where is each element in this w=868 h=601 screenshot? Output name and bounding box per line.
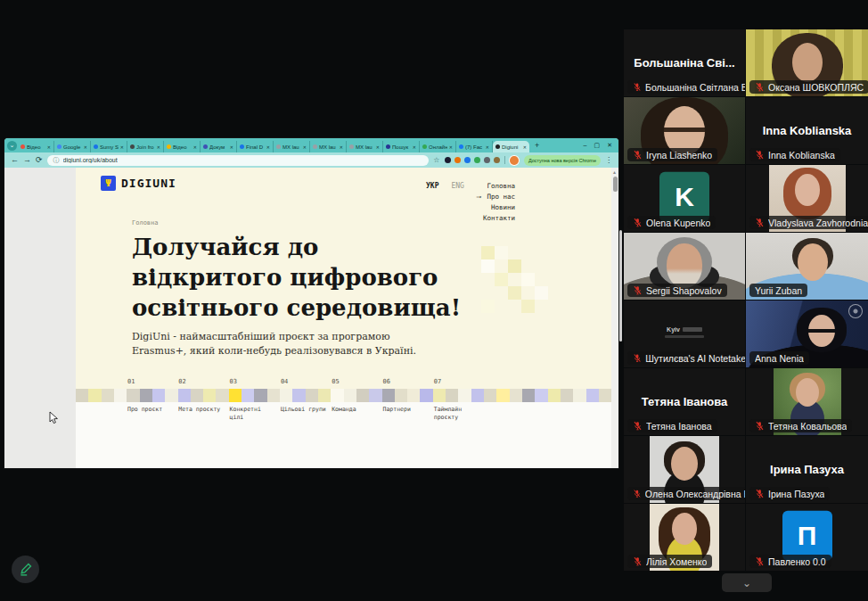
tab-close-icon[interactable]: ✕ — [120, 144, 124, 150]
deco-pixel — [481, 259, 495, 273]
browser-tab[interactable]: MX lau ✕ — [274, 141, 310, 152]
participant-tile[interactable]: Iryna Liashenko — [624, 97, 745, 164]
section-label[interactable]: Мета проєкту — [178, 406, 225, 414]
browser-tab[interactable]: Sumy St ✕ — [91, 141, 127, 152]
participant-name-label: Anna Nenia — [749, 351, 809, 365]
participant-tile[interactable]: Ірина ПазухаІрина Пазуха — [746, 436, 868, 503]
browser-tab[interactable]: Пошук ✕ — [383, 141, 420, 152]
nav-item[interactable]: Головна — [477, 181, 515, 192]
extension-icon[interactable] — [445, 157, 451, 163]
tab-close-icon[interactable]: ✕ — [449, 144, 453, 150]
page-scrollbar[interactable]: ▲ — [611, 168, 618, 468]
browser-tab[interactable]: MX lau ✕ — [347, 141, 383, 152]
tab-close-icon[interactable]: ✕ — [523, 144, 527, 150]
participant-tile[interactable]: KOlena Kupenko — [624, 165, 745, 232]
tab-close-icon[interactable]: ✕ — [376, 144, 380, 150]
browser-tab[interactable]: Final D ✕ — [237, 141, 274, 152]
participant-name-label: Sergii Shapovalov — [627, 284, 727, 297]
participant-tile[interactable]: Vladyslava Zavhorodnia — [746, 165, 868, 232]
new-tab-button[interactable]: + — [530, 141, 544, 150]
nav-item[interactable]: ⟶Про нас — [477, 192, 515, 202]
mosaic-square — [165, 389, 177, 402]
close-button[interactable]: ✕ — [607, 142, 612, 149]
browser-tab[interactable]: (7) Fac ✕ — [456, 141, 493, 152]
mosaic-square — [548, 389, 561, 402]
tab-label: MX lau — [283, 144, 301, 150]
mosaic-square — [395, 389, 407, 402]
section-label[interactable]: Конкретні цілі — [230, 406, 276, 422]
participant-name-label: Большаніна Світлана Б... — [627, 80, 745, 94]
tab-close-icon[interactable]: ✕ — [340, 144, 343, 150]
participant-tile[interactable]: ППавленко 0.0 — [746, 504, 868, 571]
nav-item[interactable]: Контакти — [477, 213, 515, 224]
tab-search-chevron-icon[interactable]: ⌄ — [7, 141, 17, 151]
section-label[interactable]: Таймлайн проєкту — [434, 406, 480, 422]
mosaic-square — [280, 389, 292, 402]
tab-close-icon[interactable]: ✕ — [486, 144, 489, 150]
forward-icon[interactable]: → — [23, 156, 31, 164]
participant-tile[interactable]: Sergii Shapovalov — [624, 233, 745, 300]
collapse-gallery-button[interactable]: ⌄ — [722, 573, 772, 592]
browser-menu-icon[interactable]: ⋮ — [605, 156, 612, 164]
tab-close-icon[interactable]: ✕ — [193, 144, 197, 150]
browser-tab[interactable]: Google ✕ — [54, 141, 91, 152]
annotate-pencil-button[interactable] — [12, 556, 39, 583]
extension-icon[interactable] — [494, 157, 500, 163]
digiuni-logo[interactable]: Ψ DIGIUNI — [101, 176, 176, 191]
tab-close-icon[interactable]: ✕ — [230, 144, 233, 150]
browser-tab[interactable]: Докум ✕ — [201, 141, 237, 152]
bookmark-star-icon[interactable]: ☆ — [433, 156, 439, 164]
participant-tile[interactable]: KyivШутилєва's AI Notetake... — [624, 300, 745, 367]
participant-tile[interactable]: Лілія Хоменко — [624, 504, 745, 571]
tab-close-icon[interactable]: ✕ — [303, 144, 307, 150]
section-label[interactable]: Команда — [332, 406, 378, 414]
minimize-button[interactable]: – — [584, 142, 587, 149]
tab-close-icon[interactable]: ✕ — [84, 144, 87, 150]
browser-tab[interactable]: Digiuni ✕ — [493, 141, 529, 152]
tab-close-icon[interactable]: ✕ — [266, 144, 270, 150]
browser-tab[interactable]: Відео ✕ — [18, 141, 54, 152]
tab-close-icon[interactable]: ✕ — [47, 144, 51, 150]
participant-tile[interactable]: Тетяна ІвановаТетяна Іванова — [624, 368, 745, 435]
participant-tile[interactable]: Тетяна Ковальова — [746, 368, 868, 435]
participant-tile[interactable]: Anna Nenia — [746, 300, 868, 367]
browser-tab[interactable]: Join fro ✕ — [127, 141, 164, 152]
participants-scrollbar[interactable] — [619, 230, 622, 342]
chrome-update-button[interactable]: Доступна нова версія Chrome — [524, 155, 601, 166]
tab-favicon-icon — [495, 144, 500, 149]
browser-tab[interactable]: Відео ✕ — [164, 141, 201, 152]
site-info-icon[interactable]: ⓘ — [53, 156, 60, 165]
section-label[interactable]: Про проєкт — [127, 406, 174, 414]
extension-icon[interactable] — [464, 157, 471, 163]
reload-icon[interactable]: ⟳ — [36, 156, 43, 164]
tab-label: Final D — [246, 144, 265, 150]
participant-tile[interactable]: Yurii Zuban — [746, 233, 868, 300]
mic-muted-icon — [633, 150, 643, 160]
tab-close-icon[interactable]: ✕ — [413, 144, 416, 150]
profile-avatar[interactable] — [509, 155, 519, 166]
extension-icon[interactable] — [484, 157, 490, 163]
section-label[interactable]: Цільові групи — [281, 406, 327, 414]
participant-tile[interactable]: Большаніна Сві...Большаніна Світлана Б..… — [624, 29, 745, 96]
section-number: 04 — [281, 378, 288, 385]
browser-tab[interactable]: Онлайн ✕ — [420, 141, 456, 152]
mosaic-square — [306, 389, 318, 402]
nav-item[interactable]: Новини — [477, 202, 515, 213]
scrollbar-thumb[interactable] — [613, 177, 618, 192]
section-numbers: 01020304050607 — [76, 378, 611, 387]
browser-tab[interactable]: MX lau ✕ — [310, 141, 347, 152]
back-icon[interactable]: ← — [11, 156, 19, 164]
maximize-button[interactable]: ▢ — [594, 142, 601, 149]
section-label[interactable]: Партнери — [383, 406, 430, 414]
participant-tile[interactable]: Оксана ШОВКОПЛЯС — [746, 29, 868, 96]
participant-tile[interactable]: Inna KoblianskaInna Koblianska — [746, 97, 868, 164]
extension-icon[interactable] — [454, 157, 461, 163]
participant-tile[interactable]: Олена Олександрівна Б... — [624, 436, 745, 503]
address-bar[interactable]: ⓘ digiuni.org/uk/about — [47, 155, 430, 166]
extension-icon[interactable] — [474, 157, 480, 163]
page-title: Долучайся до відкритого цифрового освітн… — [132, 232, 462, 323]
lang-ukr[interactable]: УКР — [426, 182, 438, 190]
scroll-up-icon[interactable]: ▲ — [612, 169, 617, 175]
tab-close-icon[interactable]: ✕ — [157, 144, 160, 150]
lang-eng[interactable]: ENG — [451, 182, 463, 190]
